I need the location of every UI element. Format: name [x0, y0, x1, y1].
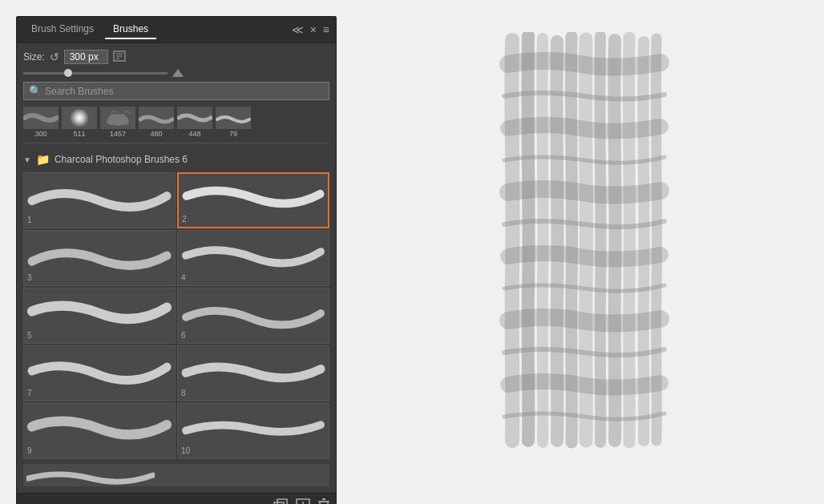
- brush-panel: Brush Settings Brushes ≪ × ≡ Size: ↺ 🔍: [16, 16, 337, 504]
- recent-brush-5[interactable]: 448: [177, 107, 212, 138]
- footer-delete-icon[interactable]: [318, 498, 329, 504]
- footer-right: [273, 498, 329, 504]
- search-row: 🔍: [23, 82, 329, 100]
- brush-num-1: 1: [27, 216, 172, 224]
- size-reset-button[interactable]: ↺: [50, 50, 59, 63]
- folder-row[interactable]: ▼ 📁 Charcoal Photoshop Brushes 6: [23, 151, 329, 167]
- recent-brush-4-num: 480: [150, 130, 162, 138]
- brush-num-4: 4: [181, 273, 325, 282]
- footer-new-group-icon[interactable]: [273, 498, 288, 504]
- recent-brushes: 300: [23, 107, 329, 143]
- recent-brush-1-num: 300: [34, 130, 46, 138]
- brush-cell-7[interactable]: 7: [23, 345, 176, 401]
- recent-brush-2-num: 511: [73, 130, 85, 138]
- size-input[interactable]: [64, 50, 108, 64]
- search-input[interactable]: [45, 86, 189, 97]
- brush-cell-4[interactable]: 4: [177, 230, 329, 286]
- recent-brush-3[interactable]: 1457: [100, 107, 135, 138]
- brush-grid-wrap: 1 2 3: [23, 172, 329, 461]
- size-label: Size:: [23, 51, 45, 62]
- recent-brush-1[interactable]: 300: [23, 107, 59, 138]
- recent-brush-4-preview: [139, 107, 174, 129]
- brush-num-2: 2: [182, 215, 325, 224]
- footer-triangle-icon[interactable]: ▲: [23, 500, 34, 504]
- brush-num-9: 9: [27, 446, 172, 455]
- panel-tabs: Brush Settings Brushes: [23, 20, 156, 39]
- panel-controls: ≪ × ≡: [292, 23, 329, 36]
- close-icon[interactable]: ×: [310, 23, 317, 36]
- brush-cell-2[interactable]: 2: [177, 172, 329, 228]
- size-edit-button[interactable]: [113, 50, 126, 64]
- brush-preview-svg: [496, 32, 673, 449]
- footer-left: ▲: [23, 500, 34, 504]
- brush-num-6: 6: [181, 331, 325, 340]
- menu-icon[interactable]: ≡: [323, 23, 329, 36]
- footer-new-brush-icon[interactable]: [296, 498, 310, 504]
- recent-brush-5-preview: [177, 107, 212, 129]
- folder-name: Charcoal Photoshop Brushes 6: [55, 154, 188, 165]
- size-row: Size: ↺: [23, 50, 329, 64]
- size-slider-row: [23, 69, 329, 77]
- recent-brush-3-preview: [100, 107, 135, 129]
- brush-cell-6[interactable]: 6: [177, 288, 329, 344]
- tab-brush-settings[interactable]: Brush Settings: [23, 20, 102, 39]
- brush-num-5: 5: [27, 331, 172, 340]
- recent-brush-2[interactable]: 511: [62, 107, 97, 138]
- panel-footer: ▲: [17, 493, 336, 504]
- brush-num-7: 7: [27, 389, 172, 397]
- brush-cell-9[interactable]: 9: [23, 403, 176, 459]
- brush-num-8: 8: [181, 389, 325, 397]
- brush-cell-3[interactable]: 3: [23, 230, 176, 286]
- recent-brush-2-preview: [62, 107, 97, 129]
- recent-brush-4[interactable]: 480: [139, 107, 174, 138]
- brush-num-10: 10: [181, 446, 325, 455]
- brush-cell-5[interactable]: 5: [23, 288, 176, 344]
- recent-brush-6-preview: [216, 107, 251, 129]
- search-icon: 🔍: [29, 85, 42, 97]
- chevron-icon: ▼: [23, 155, 31, 164]
- brush-preview-area: [361, 16, 808, 449]
- panel-body: Size: ↺ 🔍: [17, 43, 336, 493]
- brush-num-3: 3: [27, 273, 172, 282]
- recent-brush-1-preview: [23, 107, 59, 129]
- collapse-icon[interactable]: ≪: [292, 23, 304, 36]
- panel-header: Brush Settings Brushes ≪ × ≡: [17, 17, 336, 43]
- brush-grid: 1 2 3: [23, 172, 329, 461]
- brush-cell-10[interactable]: 10: [177, 403, 329, 459]
- tab-brushes[interactable]: Brushes: [105, 20, 156, 39]
- brush-cell-1[interactable]: 1: [23, 172, 176, 228]
- folder-icon: 📁: [36, 153, 50, 166]
- svg-rect-12: [277, 499, 287, 504]
- svg-point-6: [70, 108, 89, 127]
- bottom-preview-strip: [23, 464, 329, 486]
- size-slider[interactable]: [23, 72, 168, 75]
- slider-triangle: [172, 69, 184, 77]
- recent-brush-3-num: 1457: [110, 130, 126, 138]
- recent-brush-6[interactable]: 79: [216, 107, 251, 138]
- recent-brush-5-num: 448: [188, 130, 200, 138]
- recent-brush-6-num: 79: [229, 130, 237, 138]
- brush-cell-8[interactable]: 8: [177, 345, 329, 401]
